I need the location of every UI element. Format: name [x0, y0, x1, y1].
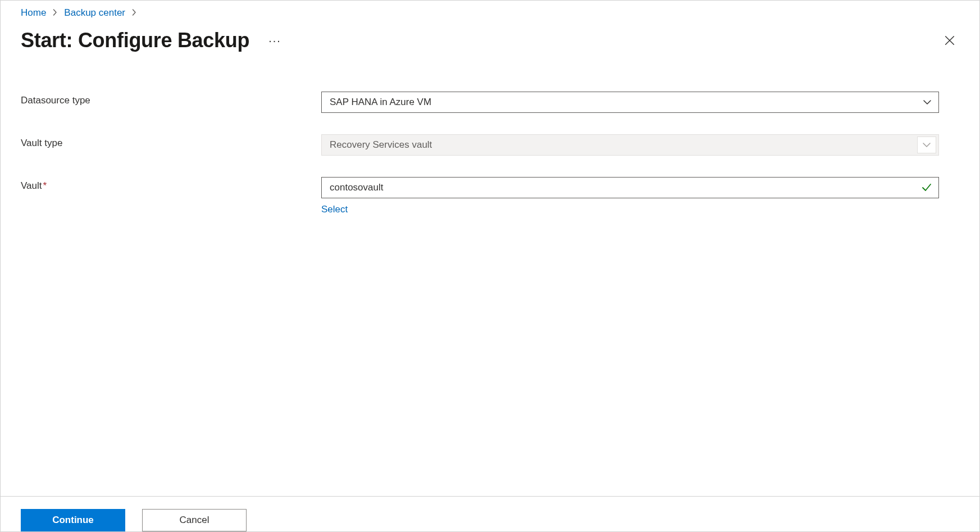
vault-type-label: Vault type — [21, 134, 321, 149]
vault-row: Vault* contosovault Select — [21, 177, 942, 215]
datasource-type-value: SAP HANA in Azure VM — [330, 97, 431, 108]
vault-value: contosovault — [330, 182, 383, 193]
vault-type-value: Recovery Services vault — [330, 139, 432, 151]
vault-type-select: Recovery Services vault — [321, 134, 939, 156]
cancel-button[interactable]: Cancel — [142, 509, 247, 531]
vault-type-row: Vault type Recovery Services vault — [21, 134, 942, 156]
breadcrumb-home[interactable]: Home — [21, 7, 46, 19]
continue-button[interactable]: Continue — [21, 509, 125, 531]
checkmark-icon — [922, 183, 932, 193]
required-asterisk: * — [43, 180, 47, 191]
breadcrumb-backup-center[interactable]: Backup center — [64, 7, 125, 19]
more-actions-button[interactable]: ··· — [265, 33, 285, 48]
chevron-down-icon — [923, 98, 932, 107]
vault-select-link[interactable]: Select — [321, 204, 348, 215]
datasource-type-select[interactable]: SAP HANA in Azure VM — [321, 92, 939, 113]
footer-bar: Continue Cancel — [1, 496, 979, 531]
chevron-right-icon — [131, 8, 138, 17]
vault-label: Vault* — [21, 177, 321, 192]
page-title: Start: Configure Backup — [21, 29, 249, 52]
breadcrumb: Home Backup center — [21, 7, 959, 19]
chevron-right-icon — [52, 8, 58, 17]
close-button[interactable] — [940, 31, 959, 50]
datasource-type-label: Datasource type — [21, 92, 321, 106]
form-area: Datasource type SAP HANA in Azure VM Vau… — [21, 92, 942, 215]
chevron-down-icon — [917, 137, 936, 153]
close-icon — [943, 34, 956, 47]
vault-input[interactable]: contosovault — [321, 177, 939, 198]
datasource-type-row: Datasource type SAP HANA in Azure VM — [21, 92, 942, 113]
page-header: Start: Configure Backup ··· — [21, 29, 959, 52]
